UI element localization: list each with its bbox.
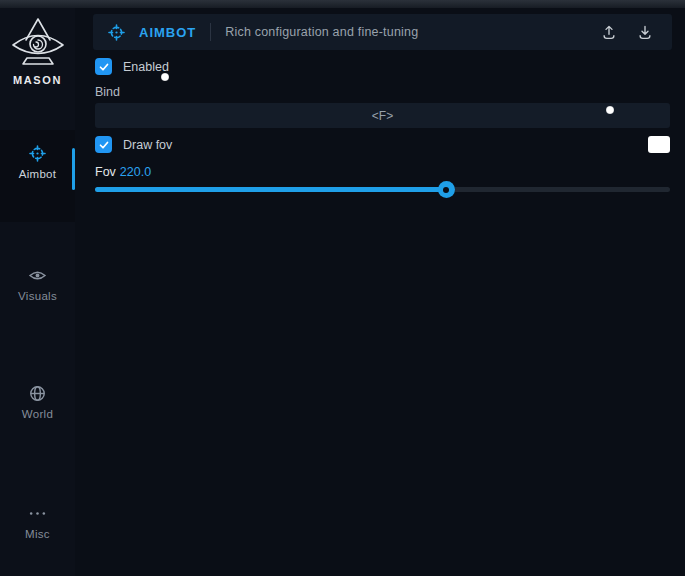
cursor-dot [161, 73, 169, 81]
page-title: AIMBOT [139, 25, 196, 40]
enabled-label: Enabled [123, 60, 169, 74]
bind-input[interactable]: <F> [95, 103, 670, 128]
sidebar-item-world[interactable]: World [0, 384, 75, 420]
particle-dot [606, 106, 614, 114]
globe-icon [28, 384, 47, 403]
check-icon [98, 139, 110, 151]
header-divider [210, 23, 211, 41]
page-subtitle: Rich configuration and fine-tuning [225, 25, 418, 39]
bind-value: <F> [372, 109, 393, 123]
window-top-edge [0, 0, 685, 8]
sidebar-item-label: Misc [25, 528, 50, 540]
bind-label: Bind [95, 85, 120, 99]
fov-value: 220.0 [120, 165, 151, 179]
sidebar-item-misc[interactable]: Misc [0, 504, 75, 540]
export-config-button[interactable] [596, 19, 622, 45]
cheat-menu-window: MASON Aimbot Visuals World [0, 0, 685, 576]
logo: MASON [0, 16, 75, 86]
fov-label: Fov220.0 [95, 165, 151, 179]
ellipsis-icon [28, 504, 47, 523]
import-config-button[interactable] [632, 19, 658, 45]
check-icon [98, 61, 110, 73]
sidebar-item-aimbot[interactable]: Aimbot [0, 144, 75, 180]
fov-color-swatch[interactable] [648, 136, 670, 153]
sidebar: MASON Aimbot Visuals World [0, 8, 75, 576]
page-header: AIMBOT Rich configuration and fine-tunin… [93, 14, 672, 50]
crosshair-icon [107, 23, 126, 42]
eye-icon [28, 266, 47, 285]
logo-text: MASON [0, 74, 75, 86]
fov-slider-fill [95, 187, 446, 192]
sidebar-item-label: Visuals [18, 290, 57, 302]
draw-fov-checkbox[interactable] [95, 136, 112, 153]
fov-label-text: Fov [95, 165, 116, 179]
eye-pyramid-logo-icon [9, 16, 67, 72]
draw-fov-label: Draw fov [123, 138, 172, 152]
upload-icon [600, 23, 618, 41]
enabled-checkbox[interactable] [95, 58, 112, 75]
sidebar-item-label: World [22, 408, 53, 420]
sidebar-item-label: Aimbot [19, 168, 57, 180]
fov-slider[interactable] [95, 187, 670, 192]
fov-slider-handle[interactable] [438, 181, 455, 198]
sidebar-item-visuals[interactable]: Visuals [0, 266, 75, 302]
download-icon [636, 23, 654, 41]
crosshair-icon [28, 144, 47, 163]
